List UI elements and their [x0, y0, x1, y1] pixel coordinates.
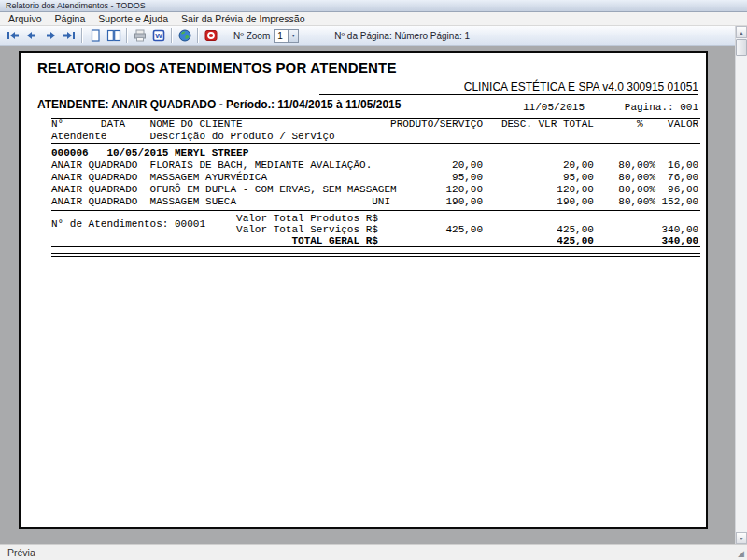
report-table: N° DATA NOME DO CLIENTE PRODUTO/SERVIÇO … — [51, 118, 700, 257]
next-page-icon — [43, 28, 58, 43]
title-bar: Relatorio dos Atendimentos - TODOS — [0, 0, 747, 12]
close-preview-icon — [204, 28, 218, 43]
table-group-row: 000006 10/05/2015 MERYL STREEP — [51, 147, 700, 160]
two-page-icon — [106, 28, 122, 43]
table-row: ANAIR QUADRADO MASSAGEM AYURVÉDICA 95,00… — [51, 172, 700, 184]
scrollbar-thumb[interactable] — [736, 39, 747, 56]
single-page-icon — [88, 28, 103, 43]
single-page-view-button[interactable] — [86, 27, 105, 44]
preview-area: RELATORIO DOS ATENDIMENTOS POR ATENDENTE… — [0, 46, 735, 544]
attendant-period-line: ATENDENTE: ANAIR QUADRADO - Período.: 11… — [37, 98, 401, 111]
table-header-line2: Atendente Descrição do Produto / Serviço — [51, 131, 700, 143]
previous-page-button[interactable] — [22, 27, 41, 44]
chevron-down-icon[interactable]: ▼ — [288, 30, 298, 42]
status-bar: Prévia ◢ — [0, 544, 747, 560]
app-window: Relatorio dos Atendimentos - TODOS Arqui… — [0, 0, 747, 560]
last-page-icon — [62, 28, 77, 43]
table-row: ANAIR QUADRADO FLORAIS DE BACH, MEDIANTE… — [51, 160, 700, 172]
export-html-button[interactable] — [176, 27, 194, 44]
vertical-scrollbar[interactable]: ▲ ▼ — [735, 26, 747, 544]
menu-pagina[interactable]: Página — [49, 13, 92, 24]
table-row: ANAIR QUADRADO OFURÔ EM DUPLA - COM ERVA… — [51, 184, 700, 196]
first-page-icon — [6, 28, 21, 43]
report-date: 11/05/2015 — [523, 102, 585, 113]
two-page-view-button[interactable] — [105, 27, 123, 44]
zoom-value: 1 — [275, 30, 288, 42]
table-header-line1: N° DATA NOME DO CLIENTE PRODUTO/SERVIÇO … — [51, 119, 700, 131]
print-button[interactable] — [131, 27, 149, 44]
menu-suporte-ajuda[interactable]: Suporte e Ajuda — [92, 13, 175, 24]
export-word-button[interactable]: W — [149, 27, 168, 44]
scroll-down-button[interactable]: ▼ — [736, 532, 747, 544]
toolbar: W Nº Zoom 1 ▼ Nº da Página: Número Págin… — [0, 26, 747, 46]
globe-icon — [177, 28, 192, 43]
menu-bar: Arquivo Página Suporte e Ajuda Sair da P… — [0, 12, 747, 26]
header-divider-line — [319, 94, 698, 95]
menu-sair-previa[interactable]: Sair da Prévia de Impressão — [175, 13, 311, 24]
scroll-up-button[interactable]: ▲ — [736, 26, 747, 38]
closing-double-line — [51, 253, 700, 257]
page-info-label: Nº da Página: Número Página: 1 — [334, 31, 470, 41]
clinic-name: CLINICA ESTÉTICA E SPA v4.0 300915 01051 — [464, 80, 698, 93]
toolbar-separator — [197, 28, 199, 43]
report-title: RELATORIO DOS ATENDIMENTOS POR ATENDENTE — [37, 60, 397, 76]
table-row: ANAIR QUADRADO MASSAGEM SUECA UNI 190,00… — [51, 196, 700, 208]
toolbar-separator — [171, 28, 173, 43]
resize-grip[interactable]: ◢ — [738, 549, 744, 558]
svg-text:W: W — [155, 32, 162, 40]
total-general-line: TOTAL GERAL R$ 425,00 340,00 — [51, 235, 700, 246]
zoom-label: Nº Zoom — [233, 31, 270, 41]
report-page-number: Pagina.: 001 — [625, 102, 698, 113]
status-text: Prévia — [7, 547, 35, 558]
menu-arquivo[interactable]: Arquivo — [2, 13, 49, 24]
attendances-count: N° de Atendimentos: 00001 — [51, 218, 205, 230]
totals-section: Valor Total Produtos R$ Valor Total Serv… — [51, 211, 700, 246]
zoom-dropdown[interactable]: 1 ▼ — [274, 29, 299, 43]
toolbar-separator — [126, 28, 128, 43]
previous-page-icon — [24, 28, 39, 43]
toolbar-separator — [81, 28, 83, 43]
printer-icon — [133, 28, 148, 43]
first-page-button[interactable] — [4, 27, 22, 44]
window-title: Relatorio dos Atendimentos - TODOS — [6, 1, 146, 10]
last-page-button[interactable] — [60, 27, 78, 44]
report-page: RELATORIO DOS ATENDIMENTOS POR ATENDENTE… — [19, 51, 708, 529]
word-icon: W — [151, 28, 166, 43]
next-page-button[interactable] — [41, 27, 60, 44]
close-preview-button[interactable] — [202, 27, 220, 44]
